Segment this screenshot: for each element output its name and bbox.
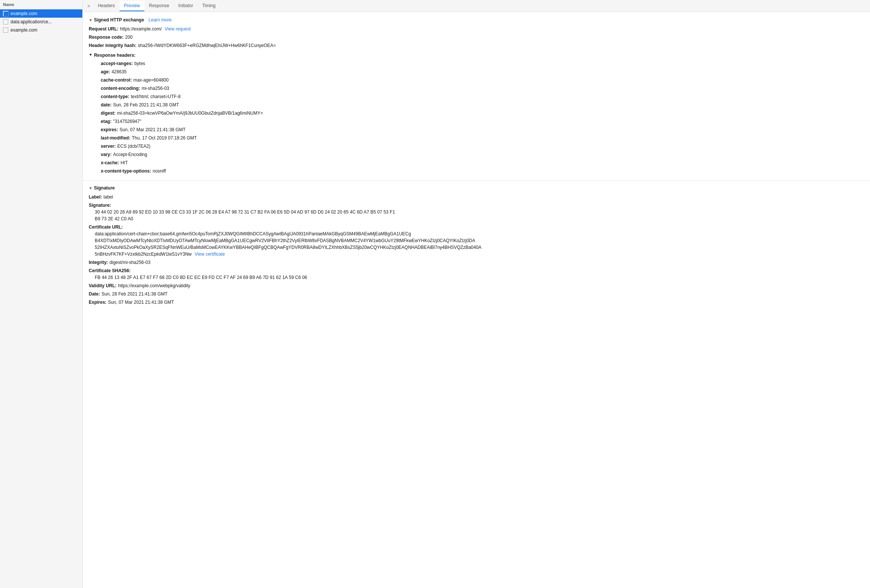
view-request-link[interactable]: View request bbox=[165, 26, 191, 32]
response-headers-header[interactable]: ▼ Response headers: bbox=[89, 51, 864, 59]
sig-date-value: Sun, 28 Feb 2021 21:41:38 GMT bbox=[102, 291, 167, 297]
signature-sig-line1: 30 44 02 20 26 A9 89 92 ED 10 33 98 CE C… bbox=[95, 209, 395, 215]
cert-sha256-row: Certificate SHA256: FB 44 26 13 48 2F A1… bbox=[89, 267, 864, 282]
view-certificate-link[interactable]: View certificate bbox=[195, 251, 225, 258]
response-headers-label: Response headers: bbox=[94, 52, 136, 59]
cert-url-line4: 5nBHzvFK7KF+Vzxtkb2NzcEpkdW1teS1vY3Nw bbox=[95, 251, 192, 258]
x-content-type-options-label: x-content-type-options: bbox=[101, 168, 151, 174]
tab-headers[interactable]: Headers bbox=[93, 1, 119, 11]
accept-ranges-value: bytes bbox=[134, 60, 145, 67]
expires-value: Sun, 07 Mar 2021 21:41:38 GMT bbox=[120, 126, 185, 133]
signed-http-exchange-header[interactable]: ▼ Signed HTTP exchange Learn more bbox=[83, 15, 870, 25]
sidebar-item-label-2: data:application/ce... bbox=[11, 19, 52, 24]
cert-sha256-value-container: FB 44 26 13 48 2F A1 E7 67 F7 68 2D C0 8… bbox=[89, 274, 307, 281]
response-code-row: Response code: 200 bbox=[89, 33, 864, 41]
header-accept-ranges: accept-ranges: bytes bbox=[101, 59, 864, 68]
signature-triangle-icon: ▼ bbox=[89, 186, 92, 190]
header-content-encoding: content-encoding: mi-sha256-03 bbox=[101, 84, 864, 92]
content-encoding-value: mi-sha256-03 bbox=[142, 85, 169, 92]
sidebar-item-example-com-1[interactable]: example.com bbox=[0, 9, 82, 18]
header-integrity-label: Header integrity hash: bbox=[89, 42, 136, 49]
request-url-label: Request URL: bbox=[89, 26, 118, 32]
tab-initiator[interactable]: Initiator bbox=[174, 1, 197, 11]
cert-sha256-value: FB 44 26 13 48 2F A1 E7 67 F7 68 2D C0 8… bbox=[95, 274, 307, 281]
signature-fields: Label: label Signature: 30 44 02 20 26 A… bbox=[83, 193, 870, 309]
integrity-key: Integrity: bbox=[89, 259, 108, 266]
content-type-value: text/html; charset=UTF-8 bbox=[131, 93, 180, 100]
x-cache-value: HIT bbox=[121, 159, 128, 166]
svg-rect-1 bbox=[4, 12, 8, 16]
content-encoding-label: content-encoding: bbox=[101, 85, 140, 92]
sidebar-item-label-1: example.com bbox=[11, 11, 37, 16]
response-headers-triangle: ▼ bbox=[89, 52, 92, 58]
signature-label-key: Label: bbox=[89, 194, 102, 200]
header-integrity-row: Header integrity hash: sha256-/IWdYDKW66… bbox=[89, 41, 864, 50]
age-value: 428635 bbox=[112, 68, 127, 75]
request-url-value: https://example.com/ bbox=[120, 26, 162, 32]
response-headers-fields: accept-ranges: bytes age: 428635 cache-c… bbox=[89, 59, 864, 175]
digest-label: digest: bbox=[101, 110, 115, 117]
right-panel: × Headers Preview Response Initiator Tim… bbox=[83, 0, 870, 588]
request-url-row: Request URL: https://example.com/ View r… bbox=[89, 25, 864, 33]
header-age: age: 428635 bbox=[101, 68, 864, 76]
header-etag: etag: "3147526947" bbox=[101, 117, 864, 126]
signature-section-header[interactable]: ▼ Signature bbox=[83, 183, 870, 193]
etag-label: etag: bbox=[101, 118, 112, 125]
signed-http-exchange-title: Signed HTTP exchange bbox=[94, 17, 144, 23]
cert-url-row: Certificate URL: data:application/cert-c… bbox=[89, 223, 864, 258]
signature-label-row: Label: label bbox=[89, 193, 864, 201]
response-code-label: Response code: bbox=[89, 34, 124, 41]
file-icon bbox=[3, 11, 8, 16]
tab-close-button[interactable]: × bbox=[84, 2, 93, 11]
server-value: ECS (dcb/7EA2) bbox=[117, 143, 150, 150]
validity-url-row: Validity URL: https://example.com/webpkg… bbox=[89, 282, 864, 290]
signature-sig-key: Signature: bbox=[89, 202, 111, 209]
header-expires: expires: Sun, 07 Mar 2021 21:41:38 GMT bbox=[101, 126, 864, 134]
server-label: server: bbox=[101, 143, 116, 150]
tab-timing[interactable]: Timing bbox=[198, 1, 220, 11]
header-cache-control: cache-control: max-age=604800 bbox=[101, 76, 864, 84]
x-cache-label: x-cache: bbox=[101, 159, 119, 166]
cache-control-label: cache-control: bbox=[101, 77, 132, 83]
validity-url-key: Validity URL: bbox=[89, 282, 117, 289]
header-content-type: content-type: text/html; charset=UTF-8 bbox=[101, 92, 864, 101]
validity-url-value: https://example.com/webpkg/validity bbox=[118, 282, 190, 289]
cert-sha256-key: Certificate SHA256: bbox=[89, 267, 130, 274]
cert-url-line1: data:application/cert-chain+cbor;base64,… bbox=[95, 230, 482, 237]
signature-sig-row: Signature: 30 44 02 20 26 A9 89 92 ED 10… bbox=[89, 201, 864, 223]
sig-date-key: Date: bbox=[89, 291, 100, 297]
sidebar-header: Name bbox=[0, 0, 82, 9]
sidebar-item-example-com-2[interactable]: example.com bbox=[0, 26, 82, 34]
digest-value: mi-sha256-03=kcwVP6aOwYmA/j9JbUU0GbuiZdn… bbox=[117, 110, 263, 117]
signature-sig-line2: B9 73 2E 42 C0 A0 bbox=[95, 215, 395, 222]
last-modified-label: last-modified: bbox=[101, 135, 130, 141]
etag-value: "3147526947" bbox=[113, 118, 141, 125]
header-vary: vary: Accept-Encoding bbox=[101, 150, 864, 159]
header-x-content-type-options: x-content-type-options: nosniff bbox=[101, 167, 864, 175]
header-x-cache: x-cache: HIT bbox=[101, 159, 864, 167]
sidebar-item-label-3: example.com bbox=[11, 27, 37, 33]
tab-preview[interactable]: Preview bbox=[120, 1, 145, 11]
tab-bar: × Headers Preview Response Initiator Tim… bbox=[83, 0, 870, 12]
sidebar-item-data-app[interactable]: data:application/ce... bbox=[0, 18, 82, 26]
vary-value: Accept-Encoding bbox=[113, 151, 147, 158]
vary-label: vary: bbox=[101, 151, 112, 158]
signature-sig-value-container: 30 44 02 20 26 A9 89 92 ED 10 33 98 CE C… bbox=[89, 209, 395, 222]
cache-control-value: max-age=604800 bbox=[133, 77, 169, 83]
sig-expires-value: Sun, 07 Mar 2021 21:41:38 GMT bbox=[108, 299, 174, 306]
content-area: ▼ Signed HTTP exchange Learn more Reques… bbox=[83, 12, 870, 588]
tab-response[interactable]: Response bbox=[144, 1, 174, 11]
cert-url-last-line: 5nBHzvFK7KF+Vzxtkb2NzcEpkdW1teS1vY3Nw Vi… bbox=[95, 251, 482, 258]
header-server: server: ECS (dcb/7EA2) bbox=[101, 142, 864, 150]
cert-url-line2: B4XDTIxMDIyODAwMTcyNloXDTIxMDUyOTAwMTcyN… bbox=[95, 237, 482, 244]
learn-more-link[interactable]: Learn more bbox=[149, 17, 171, 23]
accept-ranges-label: accept-ranges: bbox=[101, 60, 133, 67]
section-divider bbox=[83, 180, 870, 181]
file-icon-2 bbox=[3, 19, 8, 24]
signature-section-title: Signature bbox=[94, 185, 115, 191]
date-value: Sun, 28 Feb 2021 21:41:38 GMT bbox=[113, 102, 179, 108]
file-icon-3 bbox=[3, 27, 8, 33]
integrity-value: digest/mi-sha256-03 bbox=[109, 259, 150, 266]
sig-expires-row: Expires: Sun, 07 Mar 2021 21:41:38 GMT bbox=[89, 298, 864, 306]
header-digest: digest: mi-sha256-03=kcwVP6aOwYmA/j9JbUU… bbox=[101, 109, 864, 117]
